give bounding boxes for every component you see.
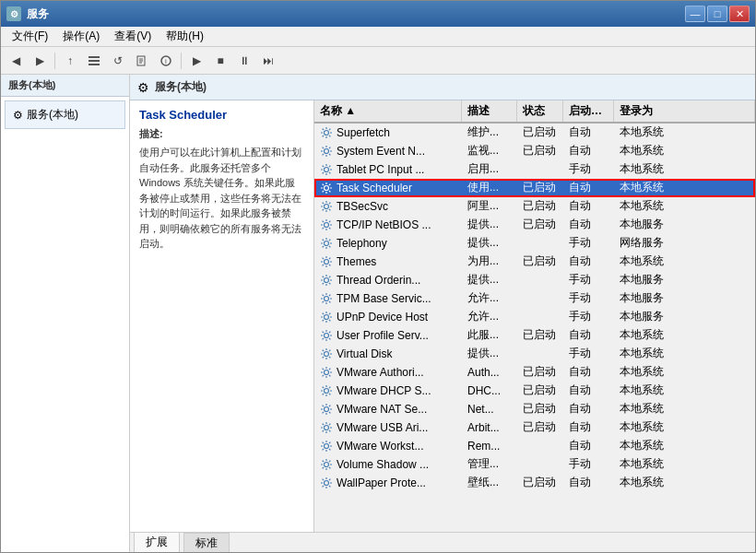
table-row[interactable]: System Event N... 监视... 已启动 自动 本地系统 xyxy=(314,142,755,160)
cell-logon: 本地系统 xyxy=(614,400,755,418)
tab-extended[interactable]: 扩展 xyxy=(134,532,180,552)
service-icon xyxy=(320,163,333,176)
table-row[interactable]: Superfetch 维护... 已启动 自动 本地系统 xyxy=(314,124,755,142)
table-row[interactable]: VMware USB Ari... Arbit... 已启动 自动 本地系统 xyxy=(314,418,755,437)
menu-view[interactable]: 查看(V) xyxy=(107,27,159,46)
cell-starttype: 手动 xyxy=(563,289,614,307)
left-tree-services[interactable]: ⚙ 服务(本地) xyxy=(5,100,125,129)
table-row[interactable]: Volume Shadow ... 管理... 手动 本地系统 xyxy=(314,455,755,474)
left-panel: 服务(本地) ⚙ 服务(本地) xyxy=(1,75,130,552)
cell-starttype: 手动 xyxy=(563,271,614,288)
service-icon xyxy=(320,366,333,379)
show-hide-button[interactable] xyxy=(83,51,105,71)
resume-button[interactable]: ⏭ xyxy=(257,51,279,71)
service-name-text: TBSecSvc xyxy=(337,200,388,213)
menu-help[interactable]: 帮助(H) xyxy=(159,27,211,46)
svg-rect-2 xyxy=(89,64,100,65)
table-row[interactable]: TCP/IP NetBIOS ... 提供... 已启动 自动 本地服务 xyxy=(314,216,755,234)
properties-button[interactable]: i xyxy=(155,51,177,71)
service-icon xyxy=(320,458,333,471)
back-button[interactable]: ◀ xyxy=(5,51,27,71)
cell-starttype: 自动 xyxy=(563,142,614,159)
header-desc[interactable]: 描述 xyxy=(462,100,517,122)
cell-status: 已启动 xyxy=(517,326,563,344)
properties-icon: i xyxy=(159,54,172,67)
table-row[interactable]: UPnP Device Host 允许... 手动 本地服务 xyxy=(314,308,755,326)
stop-button[interactable]: ■ xyxy=(209,51,231,71)
pause-button[interactable]: ⏸ xyxy=(233,51,255,71)
cell-desc: 维护... xyxy=(462,124,517,141)
tab-standard[interactable]: 标准 xyxy=(183,533,230,553)
toolbar-sep-2 xyxy=(181,53,182,69)
svg-point-22 xyxy=(325,370,329,374)
cell-desc: 此服... xyxy=(462,326,517,344)
up-button[interactable]: ↑ xyxy=(59,51,81,71)
export-icon xyxy=(136,54,148,67)
table-row[interactable]: WallPaper Prote... 壁纸... 已启动 自动 本地系统 xyxy=(314,474,755,492)
cell-name: Tablet PC Input ... xyxy=(314,162,462,177)
description-label: 描述: xyxy=(139,127,304,141)
cell-desc: 为用... xyxy=(462,253,517,270)
minimize-button[interactable]: — xyxy=(685,6,705,22)
table-row[interactable]: Thread Orderin... 提供... 手动 本地服务 xyxy=(314,271,755,289)
service-name-text: Volume Shadow ... xyxy=(337,458,429,471)
cell-status: 已启动 xyxy=(517,363,563,381)
title-bar-buttons: — □ ✕ xyxy=(685,6,750,22)
cell-status: 已启动 xyxy=(517,400,563,418)
cell-name: VMware Authori... xyxy=(314,365,462,380)
export-button[interactable] xyxy=(131,51,153,71)
table-row[interactable]: Themes 为用... 已启动 自动 本地系统 xyxy=(314,253,755,271)
header-status[interactable]: 状态 xyxy=(517,100,563,122)
service-name-text: Task Scheduler xyxy=(337,182,412,194)
service-name-text: Thread Orderin... xyxy=(337,274,420,287)
table-row[interactable]: VMware DHCP S... DHC... 已启动 自动 本地系统 xyxy=(314,382,755,400)
service-gear-icon xyxy=(320,440,333,453)
table-row[interactable]: Tablet PC Input ... 启用... 手动 本地系统 xyxy=(314,160,755,179)
refresh-button[interactable]: ↺ xyxy=(107,51,129,71)
service-gear-icon xyxy=(320,347,333,360)
service-icon xyxy=(320,145,333,158)
service-list-body[interactable]: Superfetch 维护... 已启动 自动 本地系统 System Even… xyxy=(314,124,755,532)
svg-point-20 xyxy=(325,333,329,337)
table-row[interactable]: User Profile Serv... 此服... 已启动 自动 本地系统 xyxy=(314,326,755,345)
table-row[interactable]: TPM Base Servic... 允许... 手动 本地服务 xyxy=(314,289,755,308)
cell-status xyxy=(517,242,563,244)
left-panel-header: 服务(本地) xyxy=(1,75,129,97)
cell-name: Themes xyxy=(314,254,462,269)
table-row[interactable]: Task Scheduler 使用... 已启动 自动 本地系统 xyxy=(314,179,755,197)
service-icon xyxy=(320,200,333,213)
cell-status xyxy=(517,316,563,318)
menu-file[interactable]: 文件(F) xyxy=(5,27,55,46)
cell-starttype: 自动 xyxy=(563,179,614,196)
service-gear-icon xyxy=(320,292,333,305)
cell-name: System Event N... xyxy=(314,144,462,159)
header-logon[interactable]: 登录为 xyxy=(614,100,755,122)
header-starttype[interactable]: 启动类型 xyxy=(563,100,614,122)
table-row[interactable]: Virtual Disk 提供... 手动 本地系统 xyxy=(314,345,755,363)
status-bar: 扩展 标准 xyxy=(130,532,755,552)
maximize-button[interactable]: □ xyxy=(707,6,727,22)
service-name-text: VMware Authori... xyxy=(337,366,424,379)
window-title: 服务 xyxy=(27,6,49,22)
table-row[interactable]: VMware Workst... Rem... 自动 本地系统 xyxy=(314,437,755,455)
service-name-text: VMware USB Ari... xyxy=(337,421,428,434)
table-row[interactable]: VMware NAT Se... Net... 已启动 自动 本地系统 xyxy=(314,400,755,418)
forward-button[interactable]: ▶ xyxy=(29,51,51,71)
table-row[interactable]: Telephony 提供... 手动 网络服务 xyxy=(314,234,755,253)
play-button[interactable]: ▶ xyxy=(185,51,207,71)
close-button[interactable]: ✕ xyxy=(729,6,750,22)
table-row[interactable]: VMware Authori... Auth... 已启动 自动 本地系统 xyxy=(314,363,755,382)
table-row[interactable]: TBSecSvc 阿里... 已启动 自动 本地系统 xyxy=(314,197,755,216)
cell-name: Task Scheduler xyxy=(314,181,462,195)
svg-point-9 xyxy=(325,130,329,135)
cell-status: 已启动 xyxy=(517,474,563,491)
cell-logon: 本地系统 xyxy=(614,363,755,381)
menu-action[interactable]: 操作(A) xyxy=(55,27,107,46)
cell-starttype: 手动 xyxy=(563,234,614,252)
cell-starttype: 自动 xyxy=(563,197,614,215)
header-name[interactable]: 名称 ▲ xyxy=(314,100,462,122)
svg-point-28 xyxy=(325,480,329,485)
cell-desc: 阿里... xyxy=(462,197,517,215)
cell-logon: 本地服务 xyxy=(614,271,755,288)
svg-text:i: i xyxy=(165,57,167,65)
